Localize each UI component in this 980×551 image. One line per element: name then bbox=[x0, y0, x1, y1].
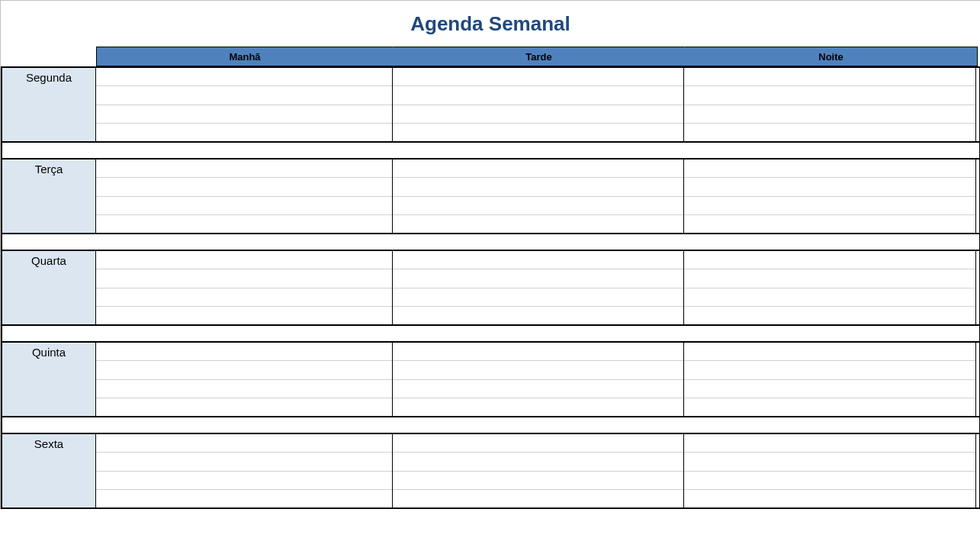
weekly-agenda-sheet: Agenda Semanal Manhã Tarde Noite Segunda bbox=[0, 0, 980, 509]
agenda-cell[interactable] bbox=[684, 288, 975, 307]
agenda-cell[interactable] bbox=[684, 215, 975, 233]
agenda-cell[interactable] bbox=[684, 453, 975, 471]
agenda-cell[interactable] bbox=[96, 361, 392, 379]
period-header-night: Noite bbox=[685, 47, 978, 66]
agenda-cell[interactable] bbox=[684, 490, 975, 508]
agenda-cell[interactable] bbox=[684, 380, 975, 398]
agenda-cell[interactable] bbox=[684, 398, 975, 416]
gap-row bbox=[1, 143, 980, 158]
day-col-afternoon bbox=[393, 343, 684, 416]
agenda-cell[interactable] bbox=[393, 361, 683, 379]
day-label: Terça bbox=[2, 160, 96, 233]
agenda-cell[interactable] bbox=[96, 434, 392, 453]
agenda-cell[interactable] bbox=[96, 178, 392, 196]
agenda-cell[interactable] bbox=[96, 307, 392, 324]
agenda-cell[interactable] bbox=[393, 86, 683, 105]
agenda-cell[interactable] bbox=[393, 197, 683, 215]
day-row-segunda: Segunda bbox=[1, 66, 980, 143]
agenda-cell[interactable] bbox=[96, 380, 392, 398]
gap-row bbox=[1, 326, 980, 341]
agenda-cell[interactable] bbox=[393, 343, 683, 361]
agenda-cell[interactable] bbox=[96, 398, 392, 416]
day-row-terca: Terça bbox=[1, 158, 980, 234]
agenda-cell[interactable] bbox=[393, 269, 683, 288]
agenda-cell[interactable] bbox=[393, 160, 683, 178]
agenda-cell[interactable] bbox=[684, 361, 975, 379]
agenda-cell[interactable] bbox=[96, 472, 392, 490]
agenda-cell[interactable] bbox=[684, 124, 975, 141]
agenda-cell[interactable] bbox=[684, 307, 975, 324]
agenda-cell[interactable] bbox=[393, 380, 683, 398]
day-label: Quinta bbox=[2, 343, 96, 416]
agenda-cell[interactable] bbox=[393, 398, 683, 416]
agenda-cell[interactable] bbox=[393, 434, 683, 453]
day-label: Sexta bbox=[2, 434, 96, 508]
agenda-cell[interactable] bbox=[684, 197, 975, 215]
agenda-cell[interactable] bbox=[393, 124, 683, 141]
agenda-cell[interactable] bbox=[684, 86, 975, 105]
day-row-sexta: Sexta bbox=[1, 433, 980, 509]
agenda-cell[interactable] bbox=[96, 68, 392, 86]
day-col-night bbox=[684, 434, 976, 508]
day-col-afternoon bbox=[393, 160, 684, 233]
agenda-cell[interactable] bbox=[96, 343, 392, 361]
agenda-cell[interactable] bbox=[684, 472, 975, 490]
agenda-cell[interactable] bbox=[96, 288, 392, 307]
agenda-cell[interactable] bbox=[684, 251, 975, 269]
gap-row bbox=[1, 234, 980, 250]
agenda-cell[interactable] bbox=[96, 251, 392, 269]
agenda-cell[interactable] bbox=[393, 105, 683, 124]
period-header-afternoon: Tarde bbox=[394, 47, 685, 66]
header-spacer bbox=[1, 47, 96, 66]
agenda-cell[interactable] bbox=[96, 124, 392, 141]
day-col-afternoon bbox=[393, 434, 684, 508]
agenda-cell[interactable] bbox=[96, 269, 392, 288]
agenda-cell[interactable] bbox=[684, 434, 975, 453]
agenda-cell[interactable] bbox=[96, 490, 392, 508]
agenda-cell[interactable] bbox=[96, 215, 392, 233]
agenda-cell[interactable] bbox=[393, 453, 683, 471]
agenda-cell[interactable] bbox=[684, 160, 975, 178]
period-header-morning: Manhã bbox=[96, 47, 394, 66]
day-col-afternoon bbox=[393, 68, 684, 141]
day-row-quinta: Quinta bbox=[1, 341, 980, 417]
day-row-quarta: Quarta bbox=[1, 250, 980, 326]
agenda-cell[interactable] bbox=[393, 307, 683, 324]
agenda-cell[interactable] bbox=[393, 178, 683, 196]
agenda-cell[interactable] bbox=[684, 105, 975, 124]
gap-row bbox=[1, 417, 980, 433]
day-col-night bbox=[684, 343, 976, 416]
day-label: Segunda bbox=[2, 68, 96, 141]
agenda-cell[interactable] bbox=[393, 215, 683, 233]
day-col-night bbox=[684, 160, 976, 233]
page-title: Agenda Semanal bbox=[1, 1, 980, 47]
day-col-night bbox=[684, 251, 976, 324]
agenda-cell[interactable] bbox=[393, 490, 683, 508]
agenda-cell[interactable] bbox=[393, 251, 683, 269]
agenda-cell[interactable] bbox=[96, 453, 392, 471]
day-col-morning bbox=[96, 343, 393, 416]
agenda-cell[interactable] bbox=[684, 269, 975, 288]
agenda-cell[interactable] bbox=[96, 86, 392, 105]
agenda-cell[interactable] bbox=[684, 68, 975, 86]
agenda-cell[interactable] bbox=[96, 160, 392, 178]
period-header-row: Manhã Tarde Noite bbox=[1, 47, 980, 66]
day-col-morning bbox=[96, 68, 393, 141]
day-label: Quarta bbox=[2, 251, 96, 324]
agenda-cell[interactable] bbox=[684, 343, 975, 361]
day-col-night bbox=[684, 68, 976, 141]
day-col-morning bbox=[96, 434, 393, 508]
agenda-cell[interactable] bbox=[96, 105, 392, 124]
day-col-morning bbox=[96, 251, 393, 324]
agenda-cell[interactable] bbox=[684, 178, 975, 196]
agenda-cell[interactable] bbox=[393, 68, 683, 86]
agenda-cell[interactable] bbox=[393, 472, 683, 490]
day-col-morning bbox=[96, 160, 393, 233]
day-col-afternoon bbox=[393, 251, 684, 324]
agenda-cell[interactable] bbox=[393, 288, 683, 307]
agenda-cell[interactable] bbox=[96, 197, 392, 215]
